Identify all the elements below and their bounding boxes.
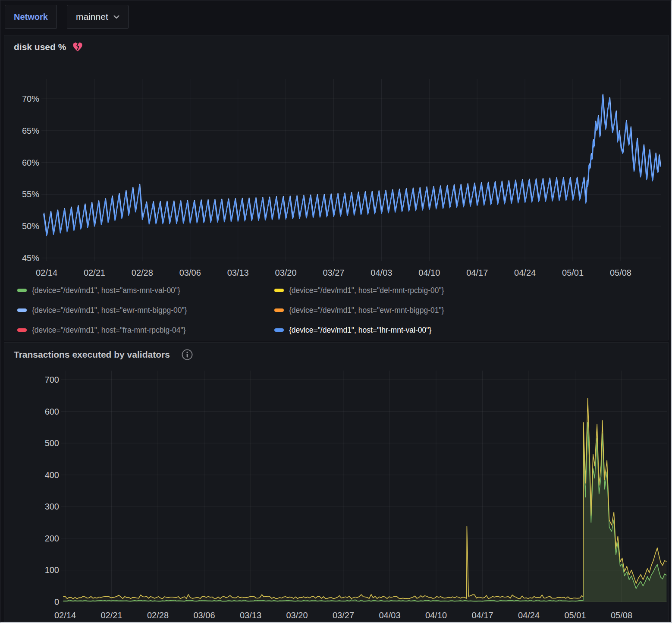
network-variable-value: mainnet <box>76 12 108 22</box>
legend-item-ams-mnt-val-00[interactable]: {device="/dev/md1", host="ams-mnt-val-00… <box>17 284 274 297</box>
legend-label: {device="/dev/md1", host="ams-mnt-val-00… <box>32 286 180 295</box>
legend-label: {device="/dev/md1", host="fra-mnt-rpcbig… <box>32 326 186 335</box>
legend-item-fra-mnt-rpcbig-04[interactable]: {device="/dev/md1", host="fra-mnt-rpcbig… <box>17 324 274 337</box>
grafana-dashboard: Network mainnet disk used % {device="/de… <box>0 0 672 623</box>
panel-title-text: disk used % <box>14 42 66 52</box>
info-icon[interactable] <box>181 349 193 361</box>
disk-used-plot-area[interactable] <box>42 79 665 262</box>
series-color-swatch <box>274 328 284 332</box>
legend-item-ewr-mnt-bigpg-00[interactable]: {device="/dev/md1", host="ewr-mnt-bigpg-… <box>17 304 274 317</box>
legend-item-lhr-mnt-val-00[interactable]: {device="/dev/md1", host="lhr-mnt-val-00… <box>274 324 444 337</box>
legend-item-ewr-mnt-bigpg-01[interactable]: {device="/dev/md1", host="ewr-mnt-bigpg-… <box>274 304 444 317</box>
panel-transactions-title[interactable]: Transactions executed by validators <box>14 349 193 361</box>
panel-disk-used: disk used % {device="/dev/md1", host="am… <box>4 35 669 340</box>
transactions-plot-area[interactable] <box>61 368 671 602</box>
legend-label: {device="/dev/md1", host="ewr-mnt-bigpg-… <box>32 306 187 315</box>
series-color-swatch <box>274 308 284 312</box>
series-color-swatch <box>17 289 27 292</box>
network-variable-label: Network <box>14 12 48 22</box>
series-color-swatch <box>274 289 284 292</box>
panel-transactions: Transactions executed by validators Cert… <box>4 342 669 622</box>
series-color-swatch <box>17 328 27 332</box>
network-variable-dropdown[interactable]: mainnet <box>67 5 129 29</box>
panel-disk-used-title[interactable]: disk used % <box>14 41 83 53</box>
disk-used-legend: {device="/dev/md1", host="ams-mnt-val-00… <box>17 284 444 337</box>
panel-title-text: Transactions executed by validators <box>14 349 170 360</box>
legend-item-del-mnt-rpcbig-00[interactable]: {device="/dev/md1", host="del-mnt-rpcbig… <box>274 284 444 297</box>
chevron-down-icon <box>113 15 119 19</box>
series-color-swatch <box>17 308 27 312</box>
network-variable[interactable]: Network <box>5 5 57 29</box>
legend-label: {device="/dev/md1", host="lhr-mnt-val-00… <box>289 326 431 335</box>
legend-label: {device="/dev/md1", host="del-mnt-rpcbig… <box>289 286 444 295</box>
broken-heart-icon[interactable] <box>72 41 83 53</box>
legend-label: {device="/dev/md1", host="ewr-mnt-bigpg-… <box>289 306 444 315</box>
